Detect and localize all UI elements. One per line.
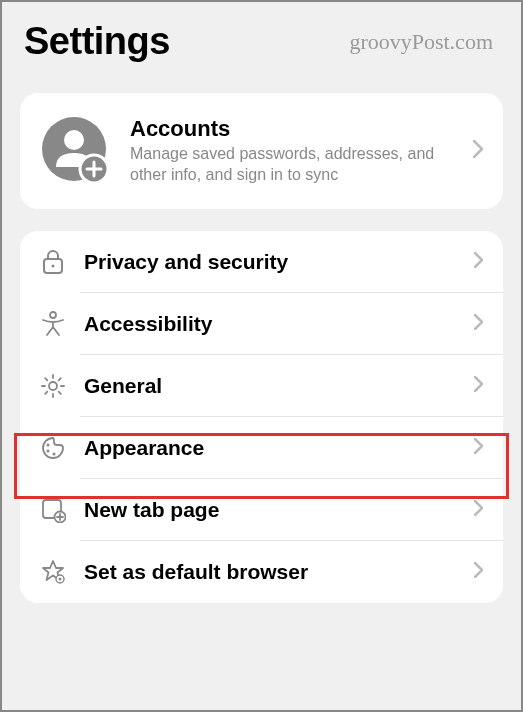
- content: Accounts Manage saved passwords, address…: [2, 81, 521, 615]
- star-gear-icon: [40, 559, 66, 585]
- svg-point-17: [59, 578, 62, 581]
- menu-item-accessibility[interactable]: Accessibility: [20, 293, 503, 355]
- page-title: Settings: [24, 20, 170, 63]
- menu-label: General: [84, 374, 456, 398]
- menu-label: Privacy and security: [84, 250, 456, 274]
- menu-item-appearance[interactable]: Appearance: [20, 417, 503, 479]
- chevron-right-icon: [474, 252, 483, 272]
- accounts-title: Accounts: [130, 116, 455, 142]
- chevron-right-icon: [474, 562, 483, 582]
- chevron-right-icon: [474, 376, 483, 396]
- svg-point-9: [47, 444, 50, 447]
- chevron-right-icon: [474, 438, 483, 458]
- newtab-icon: [40, 497, 66, 523]
- lock-icon: [40, 249, 66, 275]
- svg-point-10: [47, 450, 50, 453]
- menu-label: Appearance: [84, 436, 456, 460]
- menu-label: Set as default browser: [84, 560, 456, 584]
- settings-list: Privacy and security Accessibility: [20, 231, 503, 603]
- svg-point-8: [49, 382, 57, 390]
- svg-point-11: [53, 453, 56, 456]
- palette-icon: [40, 435, 66, 461]
- menu-item-newtab[interactable]: New tab page: [20, 479, 503, 541]
- accounts-card[interactable]: Accounts Manage saved passwords, address…: [20, 93, 503, 209]
- accounts-text: Accounts Manage saved passwords, address…: [130, 116, 455, 186]
- gear-icon: [40, 373, 66, 399]
- svg-point-1: [64, 130, 84, 150]
- accessibility-icon: [40, 311, 66, 337]
- menu-item-privacy[interactable]: Privacy and security: [20, 231, 503, 293]
- account-avatar-icon: [40, 115, 112, 187]
- header: Settings groovyPost.com: [2, 2, 521, 81]
- svg-point-6: [52, 265, 55, 268]
- chevron-right-icon: [474, 314, 483, 334]
- menu-label: New tab page: [84, 498, 456, 522]
- menu-item-default-browser[interactable]: Set as default browser: [20, 541, 503, 603]
- chevron-right-icon: [473, 140, 483, 162]
- watermark: groovyPost.com: [349, 29, 493, 55]
- svg-point-7: [50, 312, 56, 318]
- accounts-subtitle: Manage saved passwords, addresses, and o…: [130, 144, 455, 186]
- menu-label: Accessibility: [84, 312, 456, 336]
- chevron-right-icon: [474, 500, 483, 520]
- menu-item-general[interactable]: General: [20, 355, 503, 417]
